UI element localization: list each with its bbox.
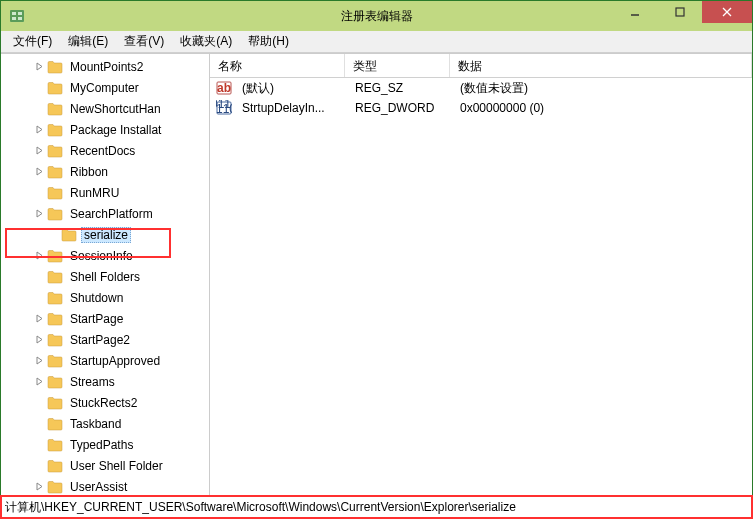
- tree-expander-icon[interactable]: [33, 250, 45, 262]
- registry-editor-window: 注册表编辑器 文件(F) 编辑(E) 查看(V) 收藏夹(A) 帮助(H) Mo…: [0, 0, 753, 519]
- app-icon: [9, 8, 25, 24]
- tree-item-label: Taskband: [67, 416, 124, 432]
- menu-help[interactable]: 帮助(H): [240, 31, 297, 52]
- tree-item-shell-folders[interactable]: Shell Folders: [1, 266, 209, 287]
- tree-item-label: RunMRU: [67, 185, 122, 201]
- tree-expander-icon[interactable]: [33, 481, 45, 493]
- tree-expander-icon[interactable]: [33, 334, 45, 346]
- tree-item-ribbon[interactable]: Ribbon: [1, 161, 209, 182]
- tree-item-label: MyComputer: [67, 80, 142, 96]
- folder-icon: [47, 438, 63, 452]
- tree-scroll[interactable]: MountPoints2MyComputerNewShortcutHanPack…: [1, 54, 209, 496]
- menu-edit[interactable]: 编辑(E): [60, 31, 116, 52]
- tree-expander-icon: [33, 418, 45, 430]
- svg-rect-4: [18, 17, 22, 20]
- tree-item-taskband[interactable]: Taskband: [1, 413, 209, 434]
- tree-item-streams[interactable]: Streams: [1, 371, 209, 392]
- tree-expander-icon: [33, 439, 45, 451]
- tree-item-recentdocs[interactable]: RecentDocs: [1, 140, 209, 161]
- folder-icon: [47, 480, 63, 494]
- tree-item-serialize[interactable]: serialize: [1, 224, 209, 245]
- tree-item-typedpaths[interactable]: TypedPaths: [1, 434, 209, 455]
- titlebar-buttons: [612, 1, 752, 31]
- tree-expander-icon[interactable]: [33, 313, 45, 325]
- tree-item-userassist[interactable]: UserAssist: [1, 476, 209, 496]
- tree-expander-icon: [33, 460, 45, 472]
- col-data[interactable]: 数据: [450, 54, 752, 77]
- folder-icon: [61, 228, 77, 242]
- tree-item-searchplatform[interactable]: SearchPlatform: [1, 203, 209, 224]
- tree-expander-icon: [33, 397, 45, 409]
- tree-item-sessioninfo[interactable]: SessionInfo: [1, 245, 209, 266]
- value-data: (数值未设置): [454, 80, 752, 97]
- tree-item-startpage[interactable]: StartPage: [1, 308, 209, 329]
- tree-expander-icon: [33, 103, 45, 115]
- tree-expander-icon[interactable]: [33, 355, 45, 367]
- svg-rect-3: [12, 17, 16, 20]
- tree-item-label: StartPage2: [67, 332, 133, 348]
- tree-item-newshortcuthan[interactable]: NewShortcutHan: [1, 98, 209, 119]
- tree-expander-icon[interactable]: [33, 208, 45, 220]
- tree-item-label: RecentDocs: [67, 143, 138, 159]
- value-type: REG_SZ: [349, 81, 454, 95]
- value-row[interactable]: StrtupDelayIn...REG_DWORD0x00000000 (0): [210, 98, 752, 118]
- tree-item-startpage2[interactable]: StartPage2: [1, 329, 209, 350]
- tree-expander-icon[interactable]: [33, 61, 45, 73]
- value-row[interactable]: (默认)REG_SZ(数值未设置): [210, 78, 752, 98]
- tree-item-user-shell-folder[interactable]: User Shell Folder: [1, 455, 209, 476]
- string-value-icon: [216, 80, 232, 96]
- tree-item-shutdown[interactable]: Shutdown: [1, 287, 209, 308]
- svg-rect-2: [18, 12, 22, 15]
- close-button[interactable]: [702, 1, 752, 23]
- tree-item-mountpoints2[interactable]: MountPoints2: [1, 56, 209, 77]
- menu-favorites[interactable]: 收藏夹(A): [172, 31, 240, 52]
- tree-item-label: SessionInfo: [67, 248, 136, 264]
- svg-rect-0: [10, 10, 24, 22]
- folder-icon: [47, 291, 63, 305]
- tree-expander-icon: [33, 187, 45, 199]
- svg-rect-6: [676, 8, 684, 16]
- folder-icon: [47, 333, 63, 347]
- tree-item-package-installat[interactable]: Package Installat: [1, 119, 209, 140]
- tree-expander-icon[interactable]: [33, 145, 45, 157]
- tree-expander-icon[interactable]: [33, 124, 45, 136]
- menu-file[interactable]: 文件(F): [5, 31, 60, 52]
- tree-expander-icon[interactable]: [33, 166, 45, 178]
- menubar: 文件(F) 编辑(E) 查看(V) 收藏夹(A) 帮助(H): [1, 31, 752, 53]
- titlebar[interactable]: 注册表编辑器: [1, 1, 752, 31]
- menu-view[interactable]: 查看(V): [116, 31, 172, 52]
- tree-item-label: UserAssist: [67, 479, 130, 495]
- tree-item-runmru[interactable]: RunMRU: [1, 182, 209, 203]
- folder-icon: [47, 354, 63, 368]
- value-name: (默认): [236, 80, 349, 97]
- status-path: 计算机\HKEY_CURRENT_USER\Software\Microsoft…: [5, 499, 516, 516]
- tree-item-label: NewShortcutHan: [67, 101, 164, 117]
- tree-item-label: SearchPlatform: [67, 206, 156, 222]
- col-type[interactable]: 类型: [345, 54, 450, 77]
- value-data: 0x00000000 (0): [454, 101, 752, 115]
- tree-expander-icon: [47, 229, 59, 241]
- folder-icon: [47, 165, 63, 179]
- tree-item-label: StuckRects2: [67, 395, 140, 411]
- maximize-button[interactable]: [657, 1, 702, 23]
- svg-rect-1: [12, 12, 16, 15]
- folder-icon: [47, 102, 63, 116]
- col-name[interactable]: 名称: [210, 54, 345, 77]
- folder-icon: [47, 270, 63, 284]
- tree-item-label: Ribbon: [67, 164, 111, 180]
- values-body[interactable]: (默认)REG_SZ(数值未设置)StrtupDelayIn...REG_DWO…: [210, 78, 752, 496]
- tree-item-label: MountPoints2: [67, 59, 146, 75]
- folder-icon: [47, 186, 63, 200]
- value-name: StrtupDelayIn...: [236, 101, 349, 115]
- folder-icon: [47, 396, 63, 410]
- statusbar: 计算机\HKEY_CURRENT_USER\Software\Microsoft…: [1, 496, 752, 518]
- tree-item-startupapproved[interactable]: StartupApproved: [1, 350, 209, 371]
- folder-icon: [47, 312, 63, 326]
- tree-item-stuckrects2[interactable]: StuckRects2: [1, 392, 209, 413]
- folder-icon: [47, 60, 63, 74]
- tree-expander-icon[interactable]: [33, 376, 45, 388]
- minimize-button[interactable]: [612, 1, 657, 23]
- tree-item-mycomputer[interactable]: MyComputer: [1, 77, 209, 98]
- tree-pane: MountPoints2MyComputerNewShortcutHanPack…: [1, 54, 210, 496]
- folder-icon: [47, 207, 63, 221]
